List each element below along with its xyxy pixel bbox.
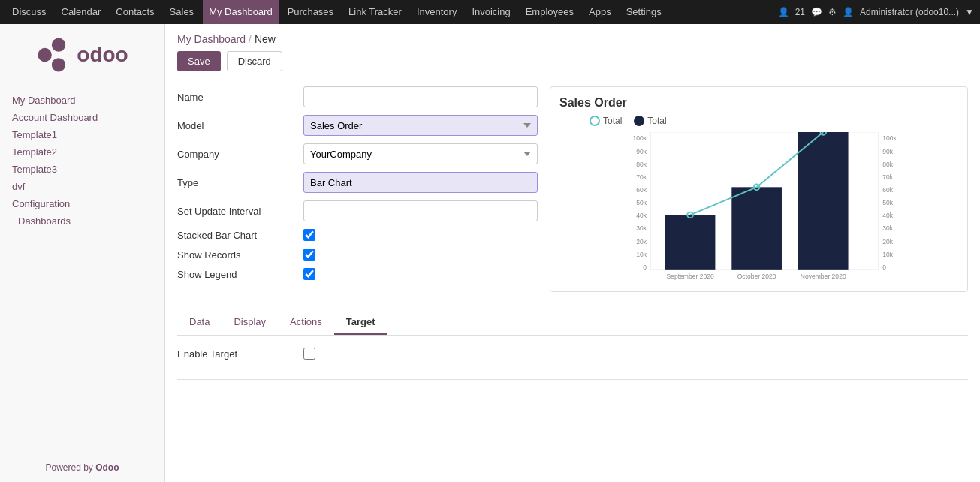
logo-area: odoo [0,24,164,86]
bar-chart-svg: 100k 90k 80k 70k 60k 50k 40k 30k 20k 10k… [559,132,958,282]
type-input[interactable] [303,172,538,193]
svg-text:90k: 90k [882,148,894,155]
legend-item-1: Total [634,116,666,126]
chart-legend: Total Total [559,116,958,126]
user-label[interactable]: Administrator (odoo10...) [860,7,959,17]
odoo-logo: odoo [36,36,128,74]
legend-label-0: Total [603,116,622,126]
sidebar-menu: My Dashboard Account Dashboard Template1… [0,86,164,453]
user-avatar[interactable]: 👤 [843,7,854,17]
breadcrumb-parent[interactable]: My Dashboard [177,33,246,45]
apps-icon[interactable]: ⚙ [828,7,837,17]
chart-panel: Sales Order Total Total 100k [550,86,968,292]
legend-filled-icon [634,116,644,126]
svg-text:70k: 70k [882,173,894,181]
tab-target[interactable]: Target [334,310,387,335]
nav-employees[interactable]: Employees [520,0,580,24]
notification-count[interactable]: 21 [795,7,805,17]
breadcrumb: My Dashboard / New [165,24,980,48]
svg-text:0: 0 [882,264,886,271]
odoo-logo-text: odoo [77,43,128,67]
svg-text:100k: 100k [632,134,647,142]
stacked-label: Stacked Bar Chart [177,230,297,241]
svg-text:40k: 40k [882,212,894,219]
svg-text:80k: 80k [636,161,647,168]
bar-november [798,132,849,270]
bar-october [731,187,782,270]
company-label: Company [177,149,297,160]
save-button[interactable]: Save [177,51,221,71]
company-row: Company YourCompany [177,143,538,164]
enable-target-row: Enable Target [177,348,968,360]
legend-outline-icon [590,116,600,126]
chat-icon[interactable]: 💬 [811,7,822,17]
company-select[interactable]: YourCompany [303,143,538,164]
name-label: Name [177,92,297,103]
svg-text:60k: 60k [636,186,647,194]
name-input[interactable] [303,86,538,107]
chart-visualization: 100k 90k 80k 70k 60k 50k 40k 30k 20k 10k… [559,132,958,282]
tab-data[interactable]: Data [177,310,222,335]
sidebar-item-template1[interactable]: Template1 [0,126,164,143]
main-content: My Dashboard / New Save Discard Name Mod… [165,24,980,482]
nav-settings[interactable]: Settings [620,0,668,24]
svg-point-0 [38,48,52,62]
update-row: Set Update Interval [177,200,538,221]
user-chevron-icon[interactable]: ▼ [965,7,974,17]
tab-display[interactable]: Display [222,310,278,335]
svg-text:50k: 50k [882,199,894,206]
legend-label: Show Legend [177,269,297,280]
nav-purchases[interactable]: Purchases [282,0,339,24]
legend-label-1: Total [647,116,666,126]
update-label: Set Update Interval [177,206,297,217]
nav-contacts[interactable]: Contacts [110,0,160,24]
nav-inventory[interactable]: Inventory [411,0,463,24]
update-input[interactable] [303,200,538,221]
sidebar-item-template3[interactable]: Template3 [0,161,164,178]
sidebar-item-template2[interactable]: Template2 [0,143,164,161]
nav-link-tracker[interactable]: Link Tracker [342,0,408,24]
nav-my-dashboard[interactable]: My Dashboard [203,0,279,24]
records-checkbox[interactable] [303,249,315,261]
odoo-brand: Odoo [95,462,119,473]
svg-text:October 2020: October 2020 [737,273,776,280]
powered-by-text: Powered by [45,462,95,473]
type-row: Type [177,172,538,193]
svg-text:November 2020: November 2020 [801,273,846,280]
nav-right: 👤 21 💬 ⚙ 👤 Administrator (odoo10...) ▼ [778,7,974,17]
model-select[interactable]: Sales Order [303,115,538,136]
svg-text:20k: 20k [636,238,647,246]
svg-text:20k: 20k [882,238,894,246]
odoo-logo-icon [36,36,74,74]
top-navigation: Discuss Calendar Contacts Sales My Dashb… [0,0,980,24]
sidebar-footer: Powered by Odoo [0,453,164,482]
tabs-row: Data Display Actions Target [177,310,968,336]
enable-target-checkbox[interactable] [303,348,315,360]
nav-sales[interactable]: Sales [164,0,201,24]
discard-button[interactable]: Discard [227,51,282,71]
legend-item-0: Total [590,116,622,126]
sidebar-item-my-dashboard[interactable]: My Dashboard [0,92,164,109]
nav-invoicing[interactable]: Invoicing [466,0,516,24]
tab-actions[interactable]: Actions [278,310,334,335]
svg-text:90k: 90k [636,148,647,155]
chart-title: Sales Order [559,96,958,110]
type-label: Type [177,177,297,188]
nav-calendar[interactable]: Calendar [56,0,107,24]
nav-apps[interactable]: Apps [583,0,617,24]
user-icon: 👤 [778,7,789,17]
sidebar-item-dashboards[interactable]: Dashboards [0,212,164,230]
sidebar-item-account-dashboard[interactable]: Account Dashboard [0,109,164,126]
svg-text:50k: 50k [636,199,647,206]
model-row: Model Sales Order [177,115,538,136]
form-chart-row: Name Model Sales Order Company YourCompa… [165,80,980,298]
stacked-checkbox[interactable] [303,229,315,241]
sidebar-item-dvf[interactable]: dvf [0,178,164,195]
nav-discuss[interactable]: Discuss [6,0,53,24]
records-label: Show Records [177,249,297,261]
sidebar-item-configuration[interactable]: Configuration [0,195,164,212]
bar-september [665,215,716,269]
toolbar: Save Discard [165,48,980,80]
legend-checkbox[interactable] [303,268,315,280]
tab-content-target: Enable Target [165,336,980,379]
